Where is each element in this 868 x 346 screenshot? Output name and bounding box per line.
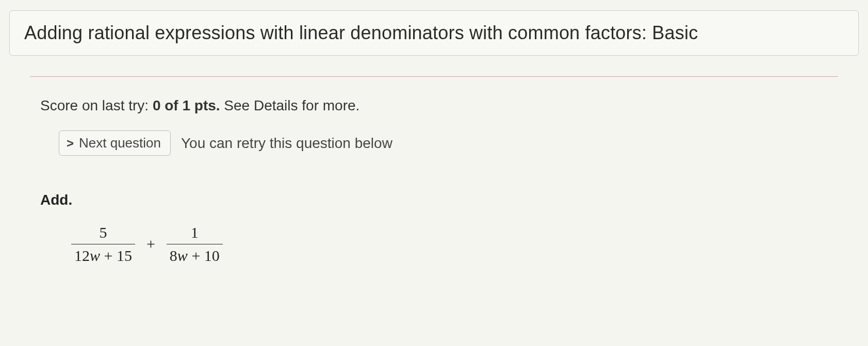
next-question-label: Next question: [79, 135, 161, 151]
f1-den-var: w: [90, 247, 100, 264]
f1-den-coef: 12: [74, 247, 90, 264]
fraction-2-denominator: 8w + 10: [167, 244, 223, 266]
score-value: 0 of 1 pts.: [153, 97, 220, 113]
problem-instruction: Add.: [40, 192, 828, 208]
f2-den-const: + 10: [188, 247, 220, 264]
score-prefix: Score on last try:: [40, 97, 153, 113]
title-panel: Adding rational expressions with linear …: [9, 10, 859, 56]
page-title: Adding rational expressions with linear …: [24, 22, 844, 44]
f1-den-const: + 15: [100, 247, 132, 264]
problem-block: Add. 5 12w + 15 + 1 8w + 10: [40, 192, 828, 265]
fraction-1-numerator: 5: [96, 223, 110, 244]
retry-hint: You can retry this question below: [181, 135, 392, 152]
score-suffix: See Details for more.: [220, 97, 360, 113]
divider: [30, 76, 838, 77]
f2-den-var: w: [177, 247, 188, 264]
chevron-right-icon: >: [67, 136, 74, 151]
score-line: Score on last try: 0 of 1 pts. See Detai…: [40, 97, 828, 114]
action-row: > Next question You can retry this quest…: [59, 130, 828, 156]
math-expression: 5 12w + 15 + 1 8w + 10: [71, 223, 828, 265]
fraction-2-numerator: 1: [188, 223, 202, 244]
content-area: Score on last try: 0 of 1 pts. See Detai…: [9, 97, 859, 265]
next-question-button[interactable]: > Next question: [59, 130, 171, 156]
plus-operator: +: [144, 235, 157, 253]
fraction-2: 1 8w + 10: [167, 223, 223, 265]
fraction-1-denominator: 12w + 15: [71, 244, 135, 266]
f2-den-coef: 8: [170, 247, 177, 264]
fraction-1: 5 12w + 15: [71, 223, 135, 265]
